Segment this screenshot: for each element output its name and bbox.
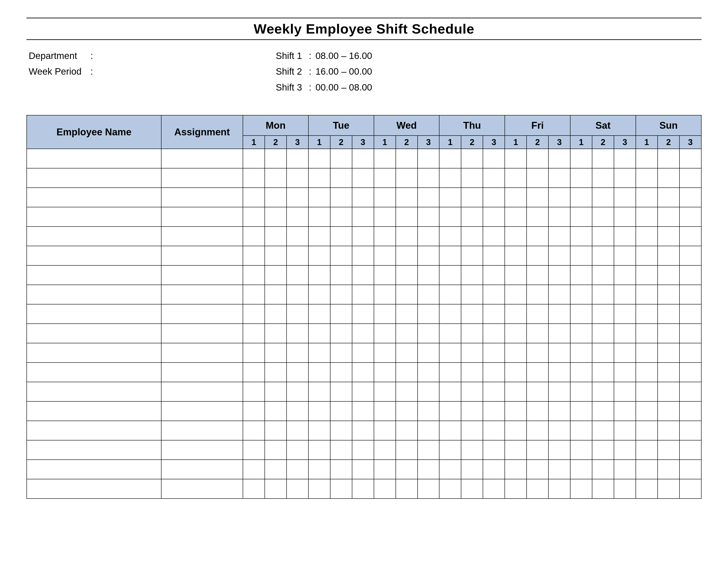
cell-shift bbox=[505, 149, 527, 168]
cell-shift bbox=[308, 304, 330, 324]
cell-assignment bbox=[161, 460, 243, 479]
cell-shift bbox=[287, 207, 308, 226]
cell-employee-name bbox=[27, 188, 161, 207]
cell-shift bbox=[265, 304, 287, 324]
shift-number-header: 3 bbox=[679, 135, 701, 149]
cell-shift bbox=[527, 382, 548, 401]
cell-shift bbox=[636, 363, 658, 382]
cell-shift bbox=[287, 188, 308, 207]
cell-shift bbox=[418, 460, 439, 479]
cell-shift bbox=[614, 460, 636, 479]
cell-shift bbox=[243, 265, 265, 285]
cell-shift bbox=[461, 343, 483, 363]
cell-shift bbox=[570, 401, 592, 421]
cell-shift bbox=[287, 265, 308, 285]
cell-shift bbox=[483, 460, 505, 479]
cell-shift bbox=[614, 246, 636, 265]
cell-assignment bbox=[161, 226, 243, 246]
cell-shift bbox=[505, 324, 527, 343]
meta-sep: : bbox=[90, 48, 97, 64]
cell-shift bbox=[308, 363, 330, 382]
cell-shift bbox=[396, 343, 418, 363]
cell-shift bbox=[461, 382, 483, 401]
cell-shift bbox=[483, 343, 505, 363]
cell-shift bbox=[679, 207, 701, 226]
cell-shift bbox=[505, 207, 527, 226]
day-header: Thu bbox=[439, 115, 505, 135]
cell-shift bbox=[439, 265, 461, 285]
cell-shift bbox=[287, 285, 308, 304]
cell-shift bbox=[658, 460, 679, 479]
col-assignment-header: Assignment bbox=[161, 115, 243, 149]
meta-shift-label: Shift 1 bbox=[276, 48, 309, 64]
meta-shift-time: 08.00 – 16.00 bbox=[315, 48, 372, 64]
cell-shift bbox=[330, 285, 352, 304]
cell-shift bbox=[636, 246, 658, 265]
page-title: Weekly Employee Shift Schedule bbox=[26, 21, 702, 37]
cell-shift bbox=[658, 168, 679, 188]
cell-shift bbox=[679, 440, 701, 460]
cell-shift bbox=[439, 460, 461, 479]
cell-shift bbox=[614, 343, 636, 363]
cell-shift bbox=[570, 226, 592, 246]
cell-shift bbox=[439, 226, 461, 246]
cell-shift bbox=[679, 363, 701, 382]
table-row bbox=[27, 207, 701, 226]
cell-shift bbox=[679, 460, 701, 479]
cell-shift bbox=[527, 440, 548, 460]
cell-shift bbox=[330, 440, 352, 460]
meta-sep: : bbox=[309, 79, 315, 95]
cell-employee-name bbox=[27, 382, 161, 401]
cell-shift bbox=[439, 382, 461, 401]
cell-shift bbox=[396, 149, 418, 168]
cell-shift bbox=[483, 207, 505, 226]
cell-shift bbox=[418, 246, 439, 265]
cell-shift bbox=[527, 343, 548, 363]
day-header: Mon bbox=[243, 115, 308, 135]
cell-shift bbox=[396, 440, 418, 460]
schedule-table: Employee NameAssignmentMonTueWedThuFriSa… bbox=[26, 115, 702, 499]
cell-assignment bbox=[161, 168, 243, 188]
cell-shift bbox=[570, 324, 592, 343]
cell-shift bbox=[396, 188, 418, 207]
cell-shift bbox=[461, 188, 483, 207]
cell-shift bbox=[570, 421, 592, 440]
cell-shift bbox=[614, 207, 636, 226]
cell-shift bbox=[265, 285, 287, 304]
cell-shift bbox=[418, 188, 439, 207]
cell-assignment bbox=[161, 440, 243, 460]
meta-department-row: Department : bbox=[29, 48, 263, 64]
cell-shift bbox=[548, 440, 570, 460]
cell-shift bbox=[265, 188, 287, 207]
cell-shift bbox=[527, 324, 548, 343]
cell-shift bbox=[330, 226, 352, 246]
cell-shift bbox=[330, 168, 352, 188]
cell-employee-name bbox=[27, 460, 161, 479]
meta-right-column: Shift 1 : 08.00 – 16.00 Shift 2 : 16.00 … bbox=[276, 48, 702, 95]
cell-shift bbox=[243, 382, 265, 401]
cell-shift bbox=[614, 149, 636, 168]
cell-shift bbox=[592, 343, 614, 363]
cell-assignment bbox=[161, 382, 243, 401]
cell-shift bbox=[636, 188, 658, 207]
cell-employee-name bbox=[27, 246, 161, 265]
cell-shift bbox=[658, 207, 679, 226]
cell-assignment bbox=[161, 304, 243, 324]
cell-shift bbox=[396, 246, 418, 265]
cell-shift bbox=[243, 479, 265, 499]
table-row bbox=[27, 460, 701, 479]
cell-shift bbox=[308, 421, 330, 440]
cell-shift bbox=[243, 363, 265, 382]
cell-shift bbox=[374, 246, 396, 265]
cell-shift bbox=[548, 304, 570, 324]
cell-shift bbox=[658, 188, 679, 207]
day-header: Wed bbox=[374, 115, 439, 135]
table-row bbox=[27, 479, 701, 499]
cell-employee-name bbox=[27, 149, 161, 168]
cell-shift bbox=[461, 440, 483, 460]
cell-shift bbox=[396, 460, 418, 479]
cell-shift bbox=[287, 479, 308, 499]
cell-shift bbox=[374, 440, 396, 460]
cell-shift bbox=[418, 226, 439, 246]
col-employee-header: Employee Name bbox=[27, 115, 161, 149]
